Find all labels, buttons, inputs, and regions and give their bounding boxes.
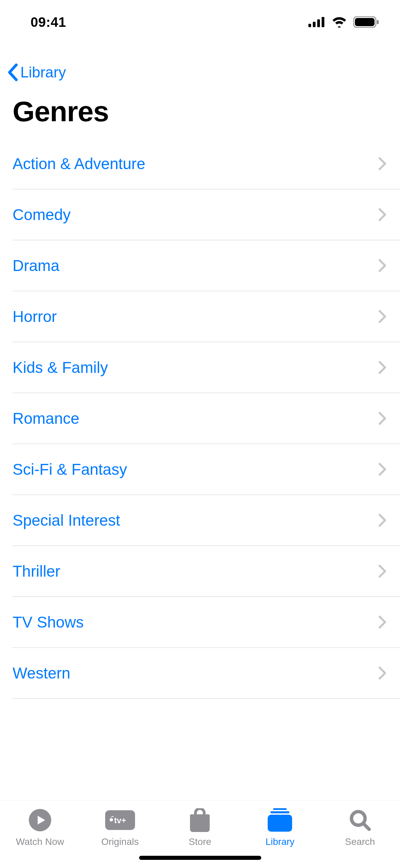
appletv-icon: tv+ [105, 808, 135, 832]
chevron-right-icon [378, 615, 386, 629]
svg-rect-1 [313, 22, 316, 27]
genre-label: Special Interest [13, 511, 120, 529]
svg-line-16 [364, 824, 369, 829]
home-indicator[interactable] [139, 856, 261, 860]
genre-row-tv-shows[interactable]: TV Shows [13, 597, 400, 648]
svg-rect-13 [270, 811, 289, 813]
chevron-right-icon [378, 157, 386, 170]
status-time: 09:41 [31, 15, 66, 30]
tab-label: Originals [101, 836, 138, 847]
genre-row-western[interactable]: Western [13, 648, 400, 699]
genre-label: Action & Adventure [13, 155, 145, 173]
status-bar: 09:41 [0, 0, 400, 44]
chevron-left-icon [7, 64, 19, 81]
genre-row-thriller[interactable]: Thriller [13, 546, 400, 597]
svg-rect-12 [273, 808, 287, 810]
genre-label: Thriller [13, 562, 60, 580]
back-label: Library [20, 64, 66, 81]
tab-label: Library [265, 836, 294, 847]
genre-row-scifi-fantasy[interactable]: Sci-Fi & Fantasy [13, 444, 400, 495]
chevron-right-icon [378, 513, 386, 527]
genre-label: Drama [13, 256, 59, 275]
tab-library[interactable]: Library [240, 808, 320, 847]
play-circle-icon [29, 808, 51, 832]
navigation-bar: Library [7, 57, 400, 88]
tab-watch-now[interactable]: Watch Now [0, 808, 80, 847]
genre-label: Romance [13, 409, 79, 428]
svg-text:tv+: tv+ [114, 816, 126, 825]
search-icon [349, 808, 371, 832]
svg-rect-6 [377, 20, 379, 24]
tab-label: Watch Now [16, 836, 64, 847]
genre-label: Comedy [13, 205, 71, 224]
svg-rect-0 [308, 24, 311, 27]
genre-label: Western [13, 664, 70, 682]
library-icon [266, 808, 293, 832]
chevron-right-icon [378, 564, 386, 578]
tab-label: Search [345, 836, 375, 847]
svg-point-11 [110, 818, 113, 821]
genre-row-special-interest[interactable]: Special Interest [13, 495, 400, 546]
cellular-icon [308, 17, 325, 27]
genre-list: Action & Adventure Comedy Drama Horror K… [13, 139, 400, 699]
battery-icon [353, 16, 380, 28]
genre-row-kids-family[interactable]: Kids & Family [13, 342, 400, 393]
tab-store[interactable]: Store [160, 808, 240, 847]
chevron-right-icon [378, 412, 386, 425]
tab-search[interactable]: Search [320, 808, 400, 847]
svg-rect-3 [322, 17, 324, 27]
genre-label: Kids & Family [13, 358, 108, 377]
tab-originals[interactable]: tv+ Originals [80, 808, 160, 847]
svg-rect-14 [268, 815, 292, 832]
page-title: Genres [13, 95, 109, 128]
genre-row-horror[interactable]: Horror [13, 291, 400, 342]
genre-label: Horror [13, 307, 57, 326]
genre-row-comedy[interactable]: Comedy [13, 189, 400, 240]
genre-row-romance[interactable]: Romance [13, 393, 400, 444]
status-indicators [308, 16, 380, 28]
genre-row-action-adventure[interactable]: Action & Adventure [13, 139, 400, 189]
bag-icon [189, 808, 210, 832]
tab-label: Store [189, 836, 211, 847]
svg-rect-5 [355, 18, 375, 26]
chevron-right-icon [378, 463, 386, 476]
chevron-right-icon [378, 361, 386, 374]
genre-label: TV Shows [13, 613, 84, 631]
chevron-right-icon [378, 208, 386, 221]
chevron-right-icon [378, 666, 386, 680]
genre-label: Sci-Fi & Fantasy [13, 460, 127, 478]
chevron-right-icon [378, 259, 386, 272]
svg-rect-2 [317, 19, 320, 27]
wifi-icon [331, 17, 347, 28]
chevron-right-icon [378, 310, 386, 323]
genre-row-drama[interactable]: Drama [13, 240, 400, 291]
back-button[interactable]: Library [7, 64, 66, 81]
